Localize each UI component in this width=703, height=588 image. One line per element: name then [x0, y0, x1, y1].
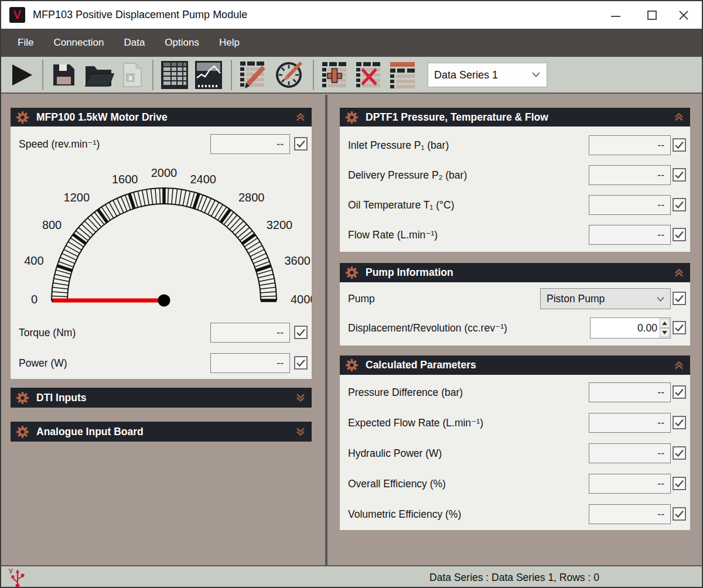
delivery-pressure-row: Delivery Pressure P₂ (bar) -- [340, 165, 690, 186]
start-button[interactable] [9, 63, 34, 87]
inlet-pressure-value[interactable]: -- [589, 135, 671, 155]
panel-analogue-input-board-header[interactable]: Analogue Input Board [11, 422, 312, 442]
pressure-difference-checkbox[interactable] [673, 385, 686, 399]
save-button[interactable] [50, 61, 77, 88]
panel-pump-information-header[interactable]: Pump Information [340, 263, 690, 282]
panel-calculated-parameters-header[interactable]: Calculated Parameters [340, 355, 690, 375]
overall-efficiency-value[interactable]: -- [589, 474, 671, 494]
panel-analogue-input-board-title: Analogue Input Board [36, 426, 144, 438]
view-chart-icon [194, 60, 223, 90]
edit-gauges-button[interactable] [274, 60, 305, 90]
check-icon [674, 324, 684, 332]
edit-series-columns-button[interactable] [389, 61, 417, 89]
hydraulic-power-label: Hydraulic Power (W) [348, 443, 442, 464]
gear-icon[interactable] [345, 266, 359, 279]
spin-up-icon [662, 322, 667, 325]
collapse-chevron-icon[interactable] [674, 269, 684, 277]
panel-dti-inputs-header[interactable]: DTI Inputs [11, 388, 312, 408]
minimize-button[interactable] [602, 6, 629, 24]
spinner-down-button[interactable] [660, 328, 670, 337]
displacement-checkbox[interactable] [673, 321, 686, 334]
chevron-down-icon [656, 296, 665, 302]
panel-dptf-header[interactable]: DPTF1 Pressure, Temperature & Flow [340, 108, 690, 127]
panel-pump-information-title: Pump Information [366, 266, 453, 279]
check-icon [296, 329, 306, 337]
pump-checkbox[interactable] [673, 292, 686, 305]
check-icon [296, 140, 306, 148]
collapse-chevron-icon[interactable] [674, 361, 684, 370]
panel-motor-drive-header[interactable]: MFP100 1.5kW Motor Drive [11, 108, 312, 127]
expand-chevron-icon[interactable] [295, 394, 306, 402]
expected-flow-rate-checkbox[interactable] [673, 416, 686, 429]
menu-data[interactable]: Data [114, 29, 155, 57]
torque-checkbox[interactable] [294, 326, 308, 339]
overall-efficiency-checkbox[interactable] [673, 477, 686, 490]
panel-analogue-input-board: Analogue Input Board [11, 422, 312, 442]
delete-data-series-button[interactable] [355, 61, 383, 89]
expand-chevron-icon[interactable] [295, 428, 306, 436]
power-value[interactable]: -- [210, 353, 290, 373]
volumetric-efficiency-value[interactable]: -- [589, 504, 671, 524]
displacement-label: Displacement/Revolution (cc.rev⁻¹) [348, 317, 507, 339]
expected-flow-rate-row: Expected Flow Rate (L.min⁻¹) -- [340, 412, 690, 433]
add-data-series-button[interactable] [321, 61, 349, 89]
menu-help[interactable]: Help [209, 29, 250, 57]
gear-icon[interactable] [16, 391, 29, 405]
oil-temperature-row: Oil Temperature T₁ (°C) -- [340, 194, 690, 216]
displacement-spinner[interactable]: 0.00 [590, 317, 671, 339]
menu-file[interactable]: File [8, 29, 43, 57]
check-icon [674, 510, 684, 518]
view-table-button[interactable] [161, 60, 189, 90]
menu-options[interactable]: Options [155, 29, 209, 57]
inlet-pressure-row: Inlet Pressure P₁ (bar) -- [340, 135, 690, 156]
gear-icon[interactable] [16, 111, 29, 124]
toolbar-separator [313, 60, 314, 90]
speed-value[interactable]: -- [210, 134, 290, 154]
gear-icon[interactable] [345, 358, 359, 372]
volumetric-efficiency-label: Volumetric Efficiency (%) [348, 504, 461, 525]
view-chart-button[interactable] [194, 60, 223, 90]
check-icon [674, 231, 684, 239]
flow-rate-value[interactable]: -- [589, 225, 671, 245]
delivery-pressure-value[interactable]: -- [589, 165, 671, 185]
inlet-pressure-checkbox[interactable] [673, 138, 686, 152]
collapse-chevron-icon[interactable] [295, 113, 306, 121]
check-icon [674, 295, 684, 303]
maximize-button[interactable] [639, 6, 666, 24]
oil-temperature-value[interactable]: -- [589, 195, 671, 215]
flow-rate-checkbox[interactable] [673, 228, 686, 241]
edit-table-layout-button[interactable] [239, 60, 268, 90]
check-icon [674, 171, 684, 179]
torque-value[interactable]: -- [210, 323, 290, 343]
gear-icon[interactable] [345, 111, 359, 124]
oil-temperature-checkbox[interactable] [673, 198, 686, 211]
delivery-pressure-checkbox[interactable] [673, 168, 686, 182]
hydraulic-power-value[interactable]: -- [589, 443, 671, 463]
flow-rate-row: Flow Rate (L.min⁻¹) -- [340, 224, 690, 245]
panel-pump-information: Pump Information Pump Piston Pump Displa… [340, 263, 690, 346]
speed-checkbox[interactable] [294, 137, 308, 151]
open-button[interactable] [83, 61, 115, 88]
toolbar-separator [231, 60, 232, 90]
volumetric-efficiency-checkbox[interactable] [673, 507, 686, 521]
panel-dptf: DPTF1 Pressure, Temperature & Flow Inlet… [340, 108, 690, 252]
pump-select[interactable]: Piston Pump [540, 288, 671, 309]
menu-connection[interactable]: Connection [43, 29, 114, 57]
pump-label: Pump [348, 288, 375, 309]
power-checkbox[interactable] [294, 356, 308, 370]
svg-text:4000: 4000 [291, 293, 312, 306]
expected-flow-rate-label: Expected Flow Rate (L.min⁻¹) [348, 412, 483, 433]
pressure-difference-value[interactable]: -- [589, 382, 671, 402]
data-series-selector[interactable]: Data Series 1 [428, 63, 547, 87]
maximize-icon [648, 11, 656, 19]
close-button[interactable] [670, 6, 697, 24]
svg-text:x: x [128, 73, 133, 82]
overall-efficiency-row: Overall Efficiency (%) -- [340, 473, 690, 494]
expected-flow-rate-value[interactable]: -- [589, 413, 671, 433]
toolbar-separator [152, 60, 153, 90]
gear-icon[interactable] [16, 425, 29, 439]
collapse-chevron-icon[interactable] [674, 113, 684, 121]
panel-calculated-parameters-body: Pressure Difference (bar) -- Expected Fl… [340, 375, 690, 530]
hydraulic-power-checkbox[interactable] [673, 446, 686, 460]
spinner-up-button[interactable] [660, 319, 670, 328]
